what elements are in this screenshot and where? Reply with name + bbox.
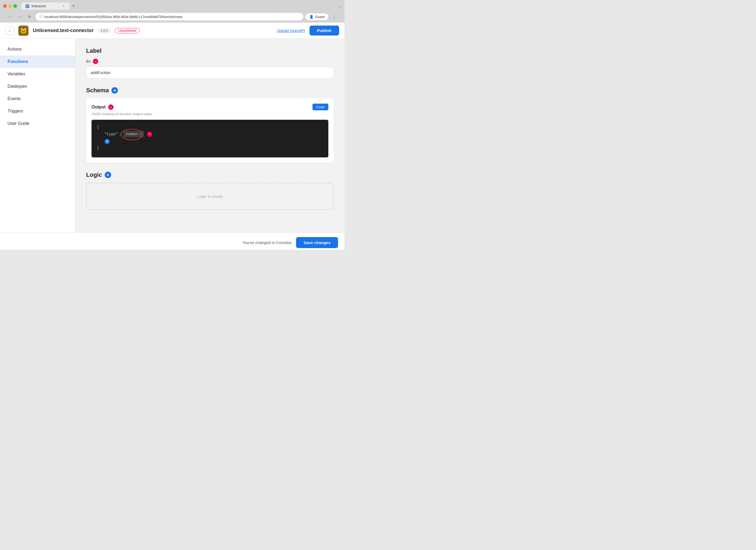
sidebar-item-events[interactable]: Events <box>0 93 75 105</box>
sidebar-item-datatypes[interactable]: Datatypes <box>0 80 75 93</box>
label-section-title: Label <box>86 47 334 54</box>
changed-text: You've changed in Function <box>242 240 292 245</box>
type-dropdown-wrapper: number ▾ <box>124 131 144 137</box>
app-header: ‹ 🐱 Unlicensed.test-connector 1.0.0 Unpu… <box>0 23 344 39</box>
save-changes-button[interactable]: Save changes <box>296 237 338 248</box>
label-input[interactable] <box>86 67 334 78</box>
guest-button[interactable]: 👤 Guest <box>305 13 328 20</box>
brace-open: { <box>97 125 99 129</box>
brace-close: } <box>97 146 99 150</box>
tab-title: Interactor <box>31 4 46 8</box>
schema-section: Schema + Output − Code JSON Schema of fu… <box>86 87 334 163</box>
output-title: Output <box>92 105 106 110</box>
code-editor: { "type" : number ▾ <box>92 120 328 157</box>
version-badge: 1.0.0 <box>98 28 111 33</box>
upload-openapi-link[interactable]: Upload OpenAPI <box>277 29 305 33</box>
user-icon: 👤 <box>309 15 314 19</box>
address-bar[interactable]: ⓘ localhost:4000/developer/service/51055… <box>36 13 303 20</box>
logic-section-header: Logic + <box>86 171 334 178</box>
chevron-down-icon: ▾ <box>140 132 142 136</box>
fullscreen-traffic-light[interactable] <box>13 4 17 8</box>
label-section: Label En − <box>86 47 334 78</box>
tab-favicon: ⓘ <box>26 4 29 8</box>
sidebar-item-actions[interactable]: Actions <box>0 43 75 55</box>
logic-empty-text: Logic is empty <box>197 194 223 199</box>
schema-section-header: Schema + <box>86 87 334 94</box>
remove-output-btn[interactable]: − <box>108 104 114 110</box>
forward-nav-btn[interactable]: → <box>16 13 24 20</box>
address-bar-row: ← → ↻ ⓘ localhost:4000/developer/service… <box>3 11 341 23</box>
expand-icon: ⌄ <box>338 4 341 8</box>
main-layout: Actions Functions Variables Datatypes Ev… <box>0 39 344 232</box>
type-dropdown[interactable]: number ▾ <box>124 131 144 137</box>
service-avatar: 🐱 <box>18 26 29 36</box>
close-traffic-light[interactable] <box>3 4 7 8</box>
code-line-close: } <box>97 146 323 150</box>
bottom-bar: You've changed in Function Save changes <box>0 232 344 250</box>
reload-btn[interactable]: ↻ <box>26 13 33 20</box>
new-tab-btn[interactable]: + <box>70 2 77 10</box>
code-line-open: { <box>97 125 323 129</box>
logic-section-title: Logic <box>86 171 102 178</box>
code-btn[interactable]: Code <box>312 104 328 110</box>
content-area: Label En − Schema + Output − Code <box>75 39 344 232</box>
add-property-btn[interactable]: + <box>104 139 110 144</box>
traffic-lights <box>3 4 17 8</box>
app-container: ‹ 🐱 Unlicensed.test-connector 1.0.0 Unpu… <box>0 23 344 250</box>
remove-lang-btn[interactable]: − <box>93 59 98 64</box>
type-key: "type" <box>104 132 118 136</box>
sidebar-item-functions[interactable]: Functions <box>0 55 75 68</box>
sidebar-item-user-guide[interactable]: User Guide <box>0 117 75 130</box>
url-text: localhost:4000/developer/service/51055cb… <box>44 15 182 19</box>
schema-card: Output − Code JSON Schema of function ou… <box>86 98 334 163</box>
logic-empty-state: Logic is empty <box>86 183 334 210</box>
service-title: Unlicensed.test-connector <box>33 28 94 33</box>
publish-button[interactable]: Publish <box>310 26 339 36</box>
schema-section-title: Schema <box>86 87 109 94</box>
tab-bar: ⓘ Interactor × + <box>21 2 77 10</box>
minimize-traffic-light[interactable] <box>8 4 12 8</box>
inline-remove-type-btn[interactable]: − <box>147 132 152 137</box>
tab-close-btn[interactable]: × <box>62 4 65 8</box>
unpublished-badge: Unpublished <box>115 28 140 33</box>
add-logic-btn[interactable]: + <box>105 172 111 178</box>
code-line-type: "type" : number ▾ <box>97 131 323 137</box>
add-schema-btn[interactable]: + <box>111 87 118 94</box>
lock-icon: ⓘ <box>39 14 43 19</box>
sidebar-item-triggers[interactable]: Triggers <box>0 105 75 117</box>
guest-label: Guest <box>315 15 325 19</box>
lang-label: En <box>86 59 91 64</box>
colon: : <box>119 132 121 136</box>
back-icon: ‹ <box>9 29 10 33</box>
active-tab[interactable]: ⓘ Interactor × <box>21 2 70 10</box>
output-header: Output − Code <box>92 104 328 110</box>
type-value: number <box>126 132 139 136</box>
back-nav-btn[interactable]: ← <box>6 13 14 20</box>
code-line-add: + <box>97 139 323 144</box>
output-subtitle: JSON Schema of function output value <box>92 112 328 116</box>
logic-section: Logic + Logic is empty <box>86 171 334 210</box>
more-options-btn[interactable]: ⋮ <box>330 13 338 20</box>
sidebar: Actions Functions Variables Datatypes Ev… <box>0 39 75 232</box>
sidebar-item-variables[interactable]: Variables <box>0 68 75 80</box>
back-button[interactable]: ‹ <box>5 26 14 35</box>
browser-chrome: ⓘ Interactor × + ⌄ ← → ↻ ⓘ localhost:400… <box>0 0 344 23</box>
lang-row: En − <box>86 59 334 64</box>
